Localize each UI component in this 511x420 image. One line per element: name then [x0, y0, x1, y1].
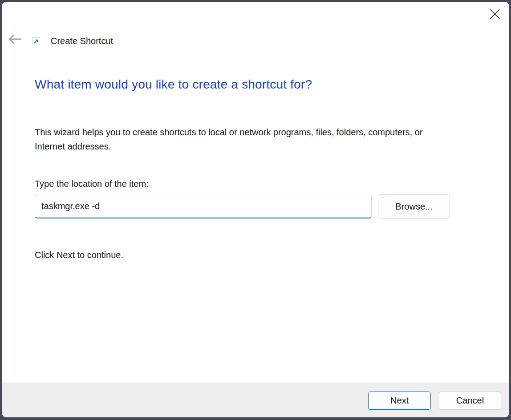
close-icon [490, 9, 500, 19]
back-button[interactable] [7, 32, 23, 46]
next-hint-text: Click Next to continue. [35, 250, 123, 260]
location-input[interactable] [35, 195, 372, 218]
close-button[interactable] [487, 6, 502, 21]
create-shortcut-dialog: Create Shortcut What item would you like… [2, 2, 509, 417]
wizard-description: This wizard helps you to create shortcut… [35, 125, 441, 153]
next-button[interactable]: Next [368, 392, 431, 410]
wizard-heading: What item would you like to create a sho… [35, 77, 312, 92]
cancel-button[interactable]: Cancel [439, 392, 501, 410]
dialog-footer: Next Cancel [2, 383, 509, 417]
browse-button[interactable]: Browse... [378, 194, 450, 218]
dialog-title: Create Shortcut [51, 36, 113, 46]
location-label: Type the location of the item: [35, 179, 149, 189]
shortcut-arrow-icon [32, 37, 40, 45]
back-arrow-icon [8, 34, 22, 44]
